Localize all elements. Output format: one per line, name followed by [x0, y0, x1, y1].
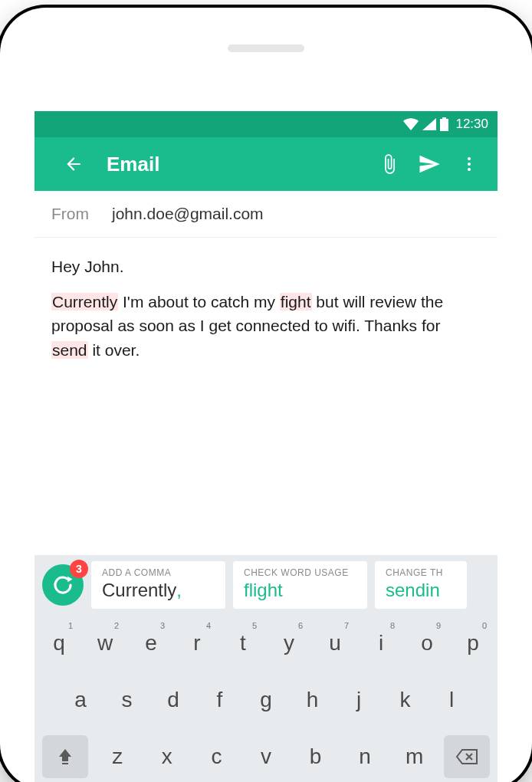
status-bar: 12:30: [34, 111, 498, 137]
shift-key[interactable]: [42, 735, 88, 778]
key-v[interactable]: v: [246, 733, 286, 780]
back-button[interactable]: [59, 150, 88, 179]
key-l[interactable]: l: [432, 676, 471, 724]
phone-speaker: [228, 44, 304, 52]
key-s[interactable]: s: [107, 676, 147, 724]
more-button[interactable]: [455, 150, 484, 179]
suggestions-container[interactable]: ADD A COMMA Currently, CHECK WORD USAGE …: [91, 561, 490, 609]
from-label: From: [51, 205, 89, 223]
svg-rect-0: [440, 119, 448, 131]
key-t[interactable]: t5: [223, 619, 263, 667]
suggestion-hint: ADD A COMMA: [102, 567, 215, 578]
status-time: 12:30: [455, 117, 488, 132]
keyboard-row-1: q1w2e3r4t5y6u7i8o9p0: [39, 619, 493, 667]
key-b[interactable]: b: [296, 733, 336, 780]
key-f[interactable]: f: [200, 676, 240, 724]
app-bar: Email: [34, 137, 498, 191]
key-i[interactable]: i8: [361, 619, 401, 667]
suggestion-hint: CHECK WORD USAGE: [244, 567, 356, 578]
keyboard-rows: q1w2e3r4t5y6u7i8o9p0 asdfghjkl zxcvbnm: [34, 615, 498, 780]
key-g[interactable]: g: [246, 676, 286, 724]
error-word-send[interactable]: send: [51, 341, 88, 359]
key-e[interactable]: e3: [131, 619, 171, 667]
key-z[interactable]: z: [97, 733, 137, 780]
from-value: john.doe@gmail.com: [112, 205, 264, 223]
compose-area[interactable]: Hey John. Currently I'm about to catch m…: [34, 238, 498, 396]
key-j[interactable]: j: [339, 676, 379, 724]
key-m[interactable]: m: [395, 733, 435, 780]
cell-signal-icon: [422, 118, 436, 130]
svg-rect-1: [442, 117, 446, 119]
key-x[interactable]: x: [147, 733, 187, 780]
svg-rect-5: [62, 763, 68, 764]
greeting-line: Hey John.: [51, 255, 481, 279]
key-h[interactable]: h: [293, 676, 333, 724]
suggestion-card-comma[interactable]: ADD A COMMA Currently,: [91, 561, 225, 609]
keyboard-row-2: asdfghjkl: [39, 676, 493, 724]
wifi-icon: [403, 118, 419, 130]
app-title: Email: [107, 153, 364, 176]
key-k[interactable]: k: [386, 676, 425, 724]
backspace-key[interactable]: [444, 735, 490, 778]
keyboard-area: 3 ADD A COMMA Currently, CHECK WORD USAG…: [34, 555, 498, 782]
battery-icon: [440, 117, 448, 131]
key-r[interactable]: r4: [177, 619, 217, 667]
key-c[interactable]: c: [196, 733, 236, 780]
suggestion-card-flight[interactable]: CHECK WORD USAGE flight: [233, 561, 367, 609]
phone-frame: 12:30 Email From john.doe@gmail.com Hey …: [0, 8, 532, 782]
suggestion-text: Currently,: [102, 580, 215, 601]
key-y[interactable]: y6: [269, 619, 309, 667]
key-w[interactable]: w2: [85, 619, 125, 667]
svg-point-4: [468, 168, 471, 171]
key-d[interactable]: d: [153, 676, 193, 724]
send-button[interactable]: [415, 150, 444, 179]
key-a[interactable]: a: [61, 676, 100, 724]
error-word-currently[interactable]: Currently: [51, 293, 118, 310]
suggestion-text: sendin: [386, 580, 456, 601]
from-row[interactable]: From john.doe@gmail.com: [34, 191, 498, 238]
suggestion-hint: CHANGE TH: [386, 567, 456, 578]
svg-point-2: [468, 157, 471, 160]
grammarly-button[interactable]: 3: [42, 564, 84, 606]
key-n[interactable]: n: [345, 733, 385, 780]
key-o[interactable]: o9: [407, 619, 447, 667]
attachment-button[interactable]: [375, 150, 404, 179]
key-u[interactable]: u7: [315, 619, 355, 667]
screen: 12:30 Email From john.doe@gmail.com Hey …: [34, 111, 498, 782]
key-p[interactable]: p0: [453, 619, 493, 667]
key-q[interactable]: q1: [39, 619, 79, 667]
suggestion-row: 3 ADD A COMMA Currently, CHECK WORD USAG…: [34, 555, 498, 615]
svg-point-3: [468, 163, 471, 166]
suggestion-card-sending[interactable]: CHANGE TH sendin: [375, 561, 467, 609]
body-paragraph: Currently I'm about to catch my fight bu…: [51, 290, 481, 363]
suggestion-text: flight: [244, 580, 356, 601]
grammarly-badge: 3: [70, 560, 88, 578]
keyboard-row-3: zxcvbnm: [39, 733, 493, 780]
error-word-fight[interactable]: fight: [280, 293, 312, 310]
